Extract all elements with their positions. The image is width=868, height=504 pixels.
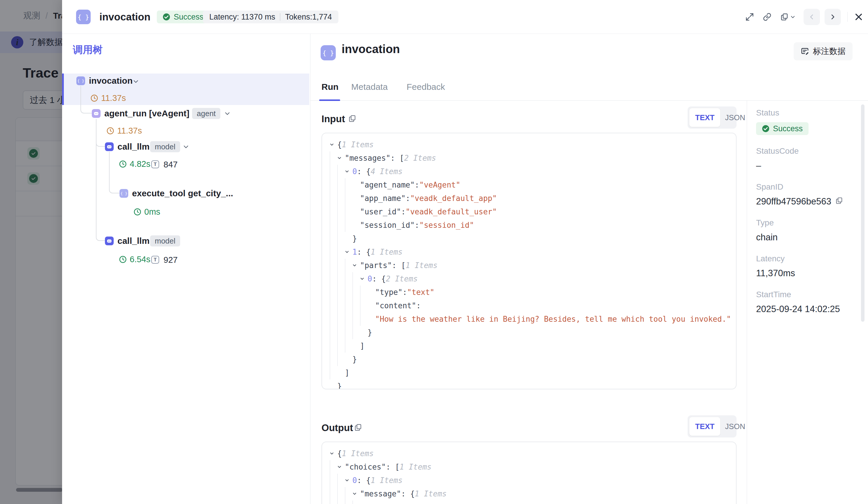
indent-guide	[337, 165, 345, 178]
chevron-down-icon[interactable]	[183, 143, 189, 150]
indent-guide	[330, 339, 337, 353]
json-toggle-icon[interactable]	[330, 452, 337, 456]
json-line: }	[330, 326, 736, 339]
copy-icon[interactable]	[835, 196, 843, 207]
json-token: ]	[345, 369, 350, 377]
json-token: : {	[357, 167, 371, 176]
close-icon[interactable]	[854, 12, 863, 22]
field-value: –	[756, 160, 868, 171]
token-icon: T	[151, 160, 159, 168]
duration-call-llm-2: 6.54s	[119, 255, 151, 264]
json-toggle-icon[interactable]	[345, 478, 352, 483]
tab-metadata[interactable]: Metadata	[351, 74, 388, 100]
vertical-scrollbar[interactable]	[861, 104, 865, 322]
json-toggle-icon[interactable]	[337, 465, 345, 469]
chevron-down-icon[interactable]	[790, 14, 795, 20]
json-line: }	[330, 380, 736, 389]
json-token: :	[401, 208, 406, 216]
toggle-text-option[interactable]: TEXT	[689, 108, 720, 127]
token-icon: T	[151, 256, 159, 264]
json-token: : [	[400, 503, 413, 504]
json-line: "choices": [ 1 Items	[330, 460, 736, 474]
json-toggle-icon[interactable]	[360, 277, 368, 281]
json-token: :	[415, 181, 420, 189]
duration-call-llm-1: 4.82s	[119, 159, 151, 169]
indent-guide	[345, 178, 352, 192]
tree-node-invocation[interactable]: invocation	[89, 76, 133, 86]
indent-guide	[337, 232, 345, 245]
field-label: Latency	[756, 254, 868, 263]
json-line: ]	[330, 366, 736, 380]
indent-guide	[330, 259, 337, 272]
json-line: "agent_name": "veAgent"	[330, 178, 736, 192]
json-line: { 1 Items	[330, 138, 736, 151]
indent-guide	[330, 366, 337, 380]
json-line: "messages": [ 2 Items	[330, 151, 736, 165]
json-token: :	[416, 301, 421, 310]
json-token: : [	[392, 261, 406, 270]
json-line: "session_id": "session_id"	[330, 219, 736, 232]
json-line: 1: { 1 Items	[330, 245, 736, 259]
metric-divider	[280, 13, 280, 21]
json-toggle-icon[interactable]	[337, 156, 345, 160]
json-line: { 1 Items	[330, 447, 736, 460]
indent-guide	[345, 299, 352, 312]
token-count: 927	[164, 255, 177, 265]
copy-icon[interactable]	[348, 115, 356, 124]
field-label: Type	[756, 218, 868, 228]
modal-overlay[interactable]	[0, 0, 62, 504]
json-token: "How is the weather like in Beijing? Bes…	[375, 315, 731, 323]
json-toggle-icon[interactable]	[330, 143, 337, 147]
tree-connector	[109, 152, 120, 193]
json-token: 4 Items	[371, 167, 403, 176]
json-toggle-icon[interactable]	[345, 250, 352, 254]
indent-guide	[352, 285, 360, 299]
json-token: {	[337, 140, 342, 149]
indent-guide	[337, 299, 345, 312]
chevron-down-icon[interactable]	[133, 78, 139, 84]
indent-guide	[337, 285, 345, 299]
toggle-json-option[interactable]: JSON	[720, 422, 750, 431]
json-token: 1 Items	[342, 449, 374, 458]
json-toggle-icon[interactable]	[352, 263, 360, 268]
field-value: 11,370ms	[756, 268, 868, 279]
link-icon[interactable]	[763, 12, 772, 21]
tab-run[interactable]: Run	[321, 74, 338, 100]
status-badge-label: Success	[174, 12, 204, 22]
call-tree-title: 调用树	[73, 43, 103, 57]
annotate-data-button[interactable]: 标注数据	[794, 42, 852, 60]
json-line: "parts": [ 1 Items	[330, 259, 736, 272]
json-line: ]	[330, 339, 736, 353]
field-value: chain	[756, 232, 868, 243]
indent-guide	[330, 219, 337, 232]
indent-guide	[345, 326, 352, 339]
toggle-json-option[interactable]: JSON	[720, 113, 750, 122]
metrics-pill: Latency: 11370 ms Tokens:1,774	[203, 10, 338, 23]
indent-guide	[352, 272, 360, 285]
tab-feedback[interactable]: Feedback	[406, 74, 445, 100]
json-line: 0: { 1 Items	[330, 474, 736, 487]
json-toggle-icon[interactable]	[352, 492, 360, 496]
copy-icon[interactable]	[354, 423, 362, 433]
next-span-button[interactable]	[825, 9, 841, 25]
toggle-text-option[interactable]: TEXT	[689, 417, 720, 436]
prev-span-button[interactable]	[804, 9, 820, 25]
json-token: : [	[391, 154, 404, 162]
json-line: "type": "text"	[330, 285, 736, 299]
expand-icon[interactable]	[745, 12, 754, 21]
indent-guide	[337, 326, 345, 339]
indent-guide	[330, 245, 337, 259]
tree-connector	[96, 119, 105, 241]
json-toggle-icon[interactable]	[345, 170, 352, 174]
indent-guide	[345, 192, 352, 205]
indent-guide	[345, 259, 352, 272]
indent-guide	[330, 353, 337, 366]
indent-guide	[330, 487, 337, 501]
tree-node-execute-tool[interactable]: execute_tool get_city_...	[132, 189, 233, 198]
copy-icon[interactable]	[780, 13, 788, 21]
tree-node-call-llm-1[interactable]: call_llm	[117, 142, 149, 152]
json-token: ]	[360, 342, 365, 350]
tree-node-agent-run[interactable]: agent_run [veAgent]	[104, 109, 189, 119]
tree-node-call-llm-2[interactable]: call_llm	[117, 236, 149, 246]
chevron-down-icon[interactable]	[224, 110, 230, 117]
